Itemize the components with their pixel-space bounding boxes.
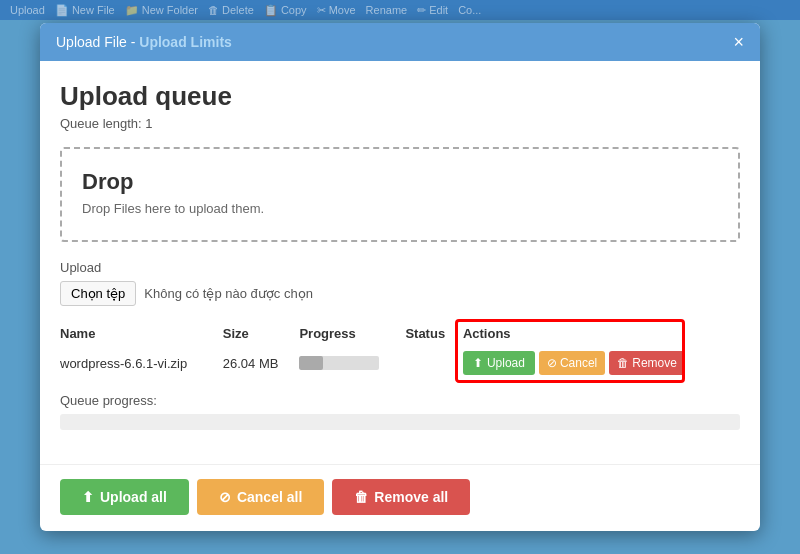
upload-section-label: Upload [60, 260, 740, 275]
upload-modal: Upload File - Upload Limits × Upload que… [40, 23, 760, 531]
queue-progress-label: Queue progress: [60, 393, 740, 408]
modal-footer: ⬆ Upload all ⊘ Cancel all 🗑 Remove all [40, 464, 760, 531]
col-actions: Actions [463, 322, 740, 347]
file-size: 26.04 MB [223, 347, 300, 379]
file-status [405, 347, 462, 379]
upload-all-button[interactable]: ⬆ Upload all [60, 479, 189, 515]
col-status: Status [405, 322, 462, 347]
queue-progress-bar [60, 414, 740, 430]
modal-close-button[interactable]: × [733, 33, 744, 51]
upload-section: Upload Chọn tệp Không có tệp nào được ch… [60, 260, 740, 306]
drop-subtitle: Drop Files here to upload them. [82, 201, 718, 216]
remove-button[interactable]: 🗑 Remove [609, 351, 685, 375]
remove-button-label: Remove [632, 356, 677, 370]
upload-all-label: Upload all [100, 489, 167, 505]
choose-file-button[interactable]: Chọn tệp [60, 281, 136, 306]
file-name: wordpress-6.6.1-vi.zip [60, 347, 223, 379]
progress-bar-container [299, 356, 379, 370]
file-progress [299, 347, 405, 379]
queue-length-label: Queue length: 1 [60, 116, 740, 131]
cancel-all-icon: ⊘ [219, 489, 231, 505]
col-name: Name [60, 322, 223, 347]
upload-input-row: Chọn tệp Không có tệp nào được chọn [60, 281, 740, 306]
modal-title: Upload File - Upload Limits [56, 34, 232, 50]
file-table: Name Size Progress Status Actions wordpr… [60, 322, 740, 379]
progress-bar-fill [299, 356, 323, 370]
remove-all-label: Remove all [374, 489, 448, 505]
actions-cell: ⬆ Upload ⊘ Cancel 🗑 Remove [463, 351, 732, 375]
drop-title: Drop [82, 169, 718, 195]
page-title: Upload queue [60, 81, 740, 112]
upload-button-label: Upload [487, 356, 525, 370]
col-size: Size [223, 322, 300, 347]
modal-overlay: Upload File - Upload Limits × Upload que… [0, 0, 800, 554]
no-file-text: Không có tệp nào được chọn [144, 286, 313, 301]
cancel-all-label: Cancel all [237, 489, 302, 505]
col-progress: Progress [299, 322, 405, 347]
modal-body: Upload queue Queue length: 1 Drop Drop F… [40, 61, 760, 464]
cancel-icon: ⊘ [547, 356, 557, 370]
cancel-button[interactable]: ⊘ Cancel [539, 351, 605, 375]
modal-header: Upload File - Upload Limits × [40, 23, 760, 61]
remove-icon: 🗑 [617, 356, 629, 370]
file-actions-cell: ⬆ Upload ⊘ Cancel 🗑 Remove [463, 347, 740, 379]
remove-all-button[interactable]: 🗑 Remove all [332, 479, 470, 515]
cancel-all-button[interactable]: ⊘ Cancel all [197, 479, 324, 515]
upload-icon: ⬆ [473, 356, 483, 370]
cancel-button-label: Cancel [560, 356, 597, 370]
upload-button[interactable]: ⬆ Upload [463, 351, 535, 375]
table-header-row: Name Size Progress Status Actions [60, 322, 740, 347]
table-row: wordpress-6.6.1-vi.zip 26.04 MB [60, 347, 740, 379]
upload-all-icon: ⬆ [82, 489, 94, 505]
remove-all-icon: 🗑 [354, 489, 368, 505]
drop-zone[interactable]: Drop Drop Files here to upload them. [60, 147, 740, 242]
